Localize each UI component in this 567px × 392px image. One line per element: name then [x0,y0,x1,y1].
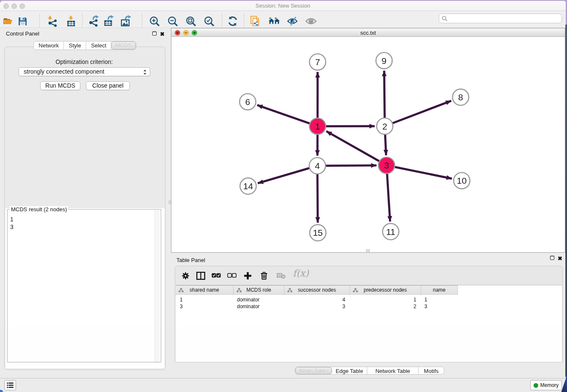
close-panel-button[interactable]: Close panel [86,81,130,90]
mcds-result-title: MCDS result (2 nodes) [10,206,68,213]
close-icon[interactable]: ✖ [160,32,165,36]
column-header-MCDS-role[interactable]: MCDS role [234,286,284,295]
search-icon [442,16,448,22]
import-network-icon[interactable] [46,15,58,27]
network-from-selection-icon[interactable] [250,15,261,27]
node-label-7: 7 [315,57,320,67]
edge-3-1[interactable] [326,131,386,166]
float-icon[interactable] [550,256,554,260]
result-scrollbar[interactable] [154,210,160,362]
memory-button[interactable]: Memory [530,380,562,390]
save-session-icon[interactable] [17,15,28,27]
criterion-select[interactable]: strongly connected component [19,67,150,76]
select-all-icon[interactable] [212,271,221,281]
tab-network-table[interactable]: Network Table [367,367,418,374]
search-input[interactable] [448,16,553,22]
vertical-split-grabber[interactable] [169,201,171,204]
delete-icon[interactable] [260,271,268,281]
desktop-edge [565,25,567,377]
column-header-shared-name[interactable]: shared name [176,286,234,295]
import-table-icon[interactable] [65,15,77,27]
column-header-successor-nodes[interactable]: successor nodes [284,286,350,295]
mcds-result-area: MCDS result (2 nodes) 1 3 [6,208,165,368]
tab-edge-table[interactable]: Edge Table [332,367,368,374]
chevron-updown-icon [143,69,147,75]
app-window: Session: New Session Control Panel ✖ [0,1,566,392]
table-tabs: Node TableEdge TableNetwork TableMotifs [295,367,444,375]
table-container: f(x) shared nameMCDS rolesuccessor nodes… [175,266,563,362]
refresh-icon[interactable] [227,15,239,27]
node-label-15: 15 [313,228,322,237]
tab-motifs[interactable]: Motifs [418,367,444,374]
criterion-value: strongly connected component [24,68,105,75]
deselect-all-icon[interactable] [227,271,237,281]
edge-2-8[interactable] [385,101,451,126]
show-graphics-icon[interactable] [305,15,317,27]
cell-r2-shared-name[interactable]: 3 [180,303,183,310]
zoom-selected-icon[interactable] [203,15,215,27]
column-label: shared name [176,286,233,295]
node-label-2: 2 [382,121,387,131]
close-icon[interactable]: ✖ [558,257,562,261]
tab-select[interactable]: Select [86,41,112,50]
cell-r1-name[interactable]: 1 [424,296,427,303]
node-label-4: 4 [315,161,320,171]
task-list-icon [7,382,14,388]
export-image-icon[interactable] [120,15,132,27]
float-icon[interactable] [152,31,157,36]
delete-table-icon[interactable] [276,271,286,281]
node-label-1: 1 [315,121,320,131]
node-label-8: 8 [458,92,463,102]
search-field[interactable] [439,14,562,23]
mcds-result-text[interactable]: 1 3 [10,216,14,231]
node-label-3: 3 [384,160,389,170]
column-header-name[interactable]: name [421,286,458,295]
zoom-in-icon[interactable] [149,15,160,27]
toolbar-separator [222,14,222,28]
cell-r1-MCDS-role[interactable]: dominator [237,296,259,303]
horizontal-split-grabber[interactable] [366,249,370,252]
run-mcds-button[interactable]: Run MCDS [40,81,80,90]
function-icon[interactable]: f(x) [293,268,309,278]
home-icon[interactable] [268,15,280,27]
table-toolbar: f(x) [175,266,562,285]
column-label: predecessor nodes [350,286,421,295]
node-label-14: 14 [243,181,253,191]
edge-3-10[interactable] [387,166,452,179]
zoom-out-icon[interactable] [167,15,179,27]
network-graph[interactable]: 1234678910111415 [171,37,565,252]
export-table-icon[interactable] [103,15,115,27]
status-bar: Memory [0,378,566,392]
cell-r2-MCDS-role[interactable]: dominator [237,303,259,310]
column-header-predecessor-nodes[interactable]: predecessor nodes [350,286,421,295]
tab-mcds[interactable]: MCDS [111,41,136,50]
tab-network[interactable]: Network [34,41,64,50]
cell-r1-predecessor-nodes[interactable]: 1 [350,296,416,303]
hide-graphics-icon[interactable] [287,15,299,27]
node-label-9: 9 [382,56,387,66]
cell-r2-name[interactable]: 3 [424,303,427,310]
task-history-button[interactable] [4,380,16,390]
tab-node-table[interactable]: Node Table [295,367,332,374]
gear-icon[interactable] [182,271,190,281]
cell-r2-predecessor-nodes[interactable]: 2 [350,303,416,310]
network-frame-titlebar[interactable]: scc.txt [171,28,565,37]
edge-1-6[interactable] [257,105,318,126]
control-panel-tabs: NetworkStyleSelectMCDS [33,41,136,50]
export-network-icon[interactable] [88,15,99,27]
node-label-11: 11 [386,227,395,237]
mcds-result-fieldset: MCDS result (2 nodes) 1 3 [7,209,161,362]
table-panel: Table Panel ✖ f(x) shared nameMCDS roles… [171,253,565,376]
tab-style[interactable]: Style [64,41,86,50]
column-view-icon[interactable] [196,271,205,281]
add-icon[interactable] [244,271,252,281]
edge-4-3[interactable] [317,166,377,166]
zoom-fit-icon[interactable] [185,15,197,27]
edge-4-14[interactable] [258,166,317,183]
table-panel-title: Table Panel [176,257,205,263]
cell-r1-successor-nodes[interactable]: 4 [284,296,345,303]
cell-r2-successor-nodes[interactable]: 3 [284,303,345,310]
network-canvas[interactable]: 1234678910111415 [171,37,565,252]
open-session-icon[interactable] [2,15,14,27]
cell-r1-shared-name[interactable]: 1 [180,296,183,303]
